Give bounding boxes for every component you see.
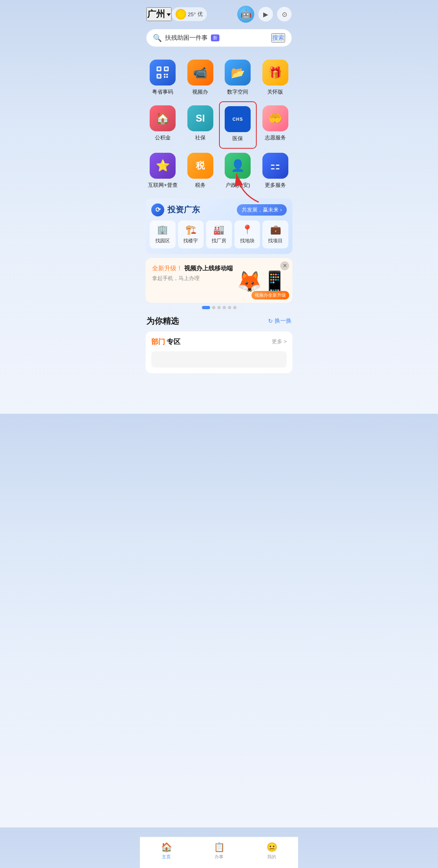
service-label-more: 更多服务 xyxy=(265,182,286,189)
invest-header: ⟳ 投资广东 共发展，赢未来 › xyxy=(146,199,292,220)
services-wrapper: 粤省事码 📹 视频办 📂 数字空间 🎁 关怀版 🏠 公积金 SI 社保 CHS xyxy=(140,52,298,195)
service-item-digital[interactable]: 📂 数字空间 xyxy=(219,56,257,101)
invest-label-louyu: 找楼宇 xyxy=(183,237,198,244)
search-new-badge: 新 xyxy=(211,34,219,41)
banner-dots xyxy=(140,306,298,309)
service-icon-digital: 📂 xyxy=(225,60,251,86)
invest-label-xiangmu: 找项目 xyxy=(268,237,283,244)
for-you-title: 为你精选 xyxy=(146,316,179,327)
search-bar[interactable]: 🔍 扶残助困一件事 新 搜索 xyxy=(146,29,292,47)
refresh-icon: ↻ xyxy=(268,318,273,324)
service-item-hulianwang[interactable]: ⭐ 互联网+督查 xyxy=(144,149,182,195)
service-item-care[interactable]: 🎁 关怀版 xyxy=(257,56,294,101)
service-item-gongjijin[interactable]: 🏠 公积金 xyxy=(144,101,182,149)
camera-button[interactable]: ⊙ xyxy=(277,7,292,21)
weather-quality: 优 xyxy=(198,11,203,18)
for-you-change-button[interactable]: ↻ 换一换 xyxy=(268,317,292,325)
banner-accent-text: 全新升级！ xyxy=(152,265,182,272)
invest-label-yuanqu: 找园区 xyxy=(155,237,170,244)
service-item-zhiyuan[interactable]: 🤲 志愿服务 xyxy=(257,101,294,149)
header-right-actions: 🤖 ▶ ⊙ xyxy=(237,6,292,23)
for-you-change-label: 换一换 xyxy=(275,317,292,325)
service-label-care: 关怀版 xyxy=(267,89,283,96)
service-label-yueshima: 粤省事码 xyxy=(152,89,173,96)
dot-4[interactable] xyxy=(223,306,226,309)
invest-icon-xiangmu: 💼 xyxy=(270,224,281,235)
invest-icon-changfang: 🏭 xyxy=(213,224,224,235)
service-label-zhiyuan: 志愿服务 xyxy=(265,135,286,141)
invest-title: ⟳ 投资广东 xyxy=(151,203,200,216)
invest-item-louyu[interactable]: 🏗️ 找楼宇 xyxy=(178,220,204,248)
service-item-shebao[interactable]: SI 社保 xyxy=(182,101,219,149)
app-header: 广州 25° 优 🤖 ▶ ⊙ xyxy=(140,0,298,26)
service-icon-zhiyuan: 🤲 xyxy=(262,105,288,131)
invest-label-changfang: 找厂房 xyxy=(212,237,226,244)
service-icon-shebao: SI xyxy=(187,105,213,131)
dot-3[interactable] xyxy=(217,306,221,309)
for-you-header: 为你精选 ↻ 换一换 xyxy=(140,311,298,330)
dept-section-header: 部门 专区 更多 > xyxy=(151,337,287,346)
svg-rect-8 xyxy=(164,76,165,78)
weather-temp: 25° xyxy=(188,11,196,17)
dept-content-placeholder xyxy=(151,351,287,368)
banner-tag: 视频办全新升级 xyxy=(251,291,289,299)
invest-icon-dikuai: 📍 xyxy=(242,224,253,235)
service-item-video[interactable]: 📹 视频办 xyxy=(182,56,219,101)
bottom-spacer xyxy=(140,373,298,414)
invest-grid: 🏢 找园区 🏗️ 找楼宇 🏭 找厂房 📍 找地块 💼 找项目 xyxy=(146,220,292,254)
invest-item-dikuai[interactable]: 📍 找地块 xyxy=(234,220,260,248)
invest-slogan-text: 共发展，赢未来 xyxy=(242,206,279,214)
invest-item-changfang[interactable]: 🏭 找厂房 xyxy=(206,220,232,248)
dept-title-black: 专区 xyxy=(167,338,180,346)
invest-item-xiangmu[interactable]: 💼 找项目 xyxy=(262,220,288,248)
dept-section-title: 部门 专区 xyxy=(151,337,180,346)
dept-section: 部门 专区 更多 > xyxy=(146,331,292,373)
dept-more-link[interactable]: 更多 > xyxy=(272,338,287,345)
chevron-right-icon: › xyxy=(280,207,282,213)
dot-5[interactable] xyxy=(228,306,231,309)
service-icon-hulianwang: ⭐ xyxy=(150,153,176,179)
chevron-down-icon xyxy=(167,13,171,16)
dot-1[interactable] xyxy=(202,306,210,309)
invest-label-dikuai: 找地块 xyxy=(240,237,255,244)
service-item-yueshima[interactable]: 粤省事码 xyxy=(144,56,182,101)
search-input-area[interactable]: 扶残助困一件事 新 xyxy=(165,34,268,42)
invest-logo: ⟳ xyxy=(151,203,164,216)
invest-section: ⟳ 投资广东 共发展，赢未来 › 🏢 找园区 🏗️ 找楼宇 🏭 找厂房 📍 找地… xyxy=(146,199,292,254)
service-item-shuiwu[interactable]: 税 税务 xyxy=(182,149,219,195)
location-button[interactable]: 广州 xyxy=(146,7,172,21)
invest-item-yuanqu[interactable]: 🏢 找园区 xyxy=(150,220,176,248)
robot-avatar[interactable]: 🤖 xyxy=(237,6,254,23)
service-label-yibao: 医保 xyxy=(232,135,243,142)
location-text: 广州 xyxy=(147,8,165,20)
svg-rect-4 xyxy=(165,68,167,70)
service-icon-yibao: CHS xyxy=(225,106,251,132)
svg-rect-3 xyxy=(158,68,160,70)
navigation-button[interactable]: ▶ xyxy=(258,7,273,21)
invest-title-text: 投资广东 xyxy=(167,204,200,215)
invest-slogan[interactable]: 共发展，赢未来 › xyxy=(237,204,287,216)
banner-bold-text: 视频办上线移动端 xyxy=(184,265,233,272)
svg-rect-9 xyxy=(166,76,168,78)
service-icon-yueshima xyxy=(150,60,176,86)
invest-icon-yuanqu: 🏢 xyxy=(157,224,168,235)
service-item-yibao[interactable]: CHS 医保 xyxy=(219,101,257,149)
dot-6[interactable] xyxy=(233,306,236,309)
search-button[interactable]: 搜索 xyxy=(271,33,285,43)
weather-sun-icon xyxy=(176,9,186,19)
service-icon-more: ⚏ xyxy=(262,153,288,179)
dot-2[interactable] xyxy=(212,306,215,309)
service-icon-care: 🎁 xyxy=(262,60,288,86)
service-item-huzheng[interactable]: 👤 户政(治安) xyxy=(219,149,257,195)
invest-icon-louyu: 🏗️ xyxy=(185,224,196,235)
search-icon: 🔍 xyxy=(153,34,162,43)
dept-title-orange: 部门 xyxy=(151,338,165,346)
service-icon-huzheng: 👤 xyxy=(225,153,251,179)
service-label-shuiwu: 税务 xyxy=(195,182,206,189)
svg-rect-5 xyxy=(158,75,160,77)
service-label-video: 视频办 xyxy=(192,89,208,96)
service-label-digital: 数字空间 xyxy=(227,89,248,96)
service-item-more[interactable]: ⚏ 更多服务 xyxy=(257,149,294,195)
banner-section[interactable]: ✕ 全新升级！ 视频办上线移动端 拿起手机，马上办理 🦊📱 视频办全新升级 xyxy=(146,258,292,303)
service-label-hulianwang: 互联网+督查 xyxy=(148,182,178,189)
